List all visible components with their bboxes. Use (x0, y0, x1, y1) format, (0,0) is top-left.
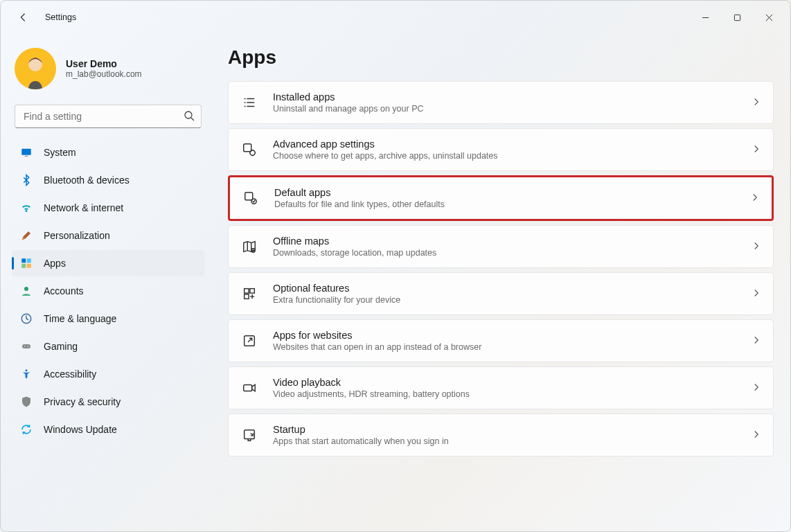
startup-icon (241, 427, 258, 443)
update-icon (20, 423, 33, 436)
sidebar-item-label: Accessibility (44, 369, 96, 380)
bluetooth-icon (20, 174, 33, 186)
card-installed-apps[interactable]: Installed apps Uninstall and manage apps… (228, 81, 774, 124)
clock-globe-icon (20, 312, 33, 325)
card-subtitle: Choose where to get apps, archive apps, … (273, 151, 737, 161)
avatar (15, 48, 56, 89)
svg-rect-7 (21, 258, 26, 263)
sidebar-item-gaming[interactable]: Gaming (12, 333, 204, 360)
back-button[interactable] (12, 6, 34, 28)
sidebar-item-system[interactable]: System (12, 139, 204, 166)
svg-rect-22 (245, 289, 249, 293)
chevron-right-icon (752, 96, 761, 109)
sidebar-item-accessibility[interactable]: Accessibility (12, 361, 204, 387)
svg-rect-1 (734, 15, 740, 20)
sidebar-item-bluetooth[interactable]: Bluetooth & devices (12, 167, 204, 193)
sidebar-nav: System Bluetooth & devices Network & int… (9, 139, 207, 443)
profile-block[interactable]: User Demo m_lab@outlook.com (9, 42, 207, 102)
sidebar-item-accounts[interactable]: Accounts (12, 278, 204, 304)
sidebar-item-label: Bluetooth & devices (44, 175, 130, 186)
default-apps-icon (242, 190, 259, 206)
card-apps-for-websites[interactable]: Apps for websites Websites that can open… (228, 319, 774, 362)
svg-rect-8 (27, 258, 31, 263)
svg-point-11 (24, 287, 28, 291)
svg-point-3 (28, 57, 42, 71)
titlebar: Settings (1, 1, 790, 34)
svg-rect-0 (702, 17, 708, 18)
person-icon (20, 285, 33, 297)
search-icon (184, 110, 195, 124)
chevron-right-icon (752, 287, 761, 300)
sidebar-item-label: Personalization (44, 230, 110, 241)
chevron-right-icon (752, 240, 761, 253)
card-title: Installed apps (273, 91, 737, 103)
card-startup[interactable]: Startup Apps that start automatically wh… (228, 414, 774, 456)
shield-icon (20, 396, 33, 408)
svg-rect-19 (245, 193, 253, 200)
svg-point-18 (250, 150, 255, 155)
sidebar-item-windows-update[interactable]: Windows Update (12, 416, 204, 443)
sidebar-item-label: Accounts (44, 285, 84, 296)
search-input[interactable] (15, 105, 202, 128)
sidebar-item-privacy-security[interactable]: Privacy & security (12, 389, 204, 415)
svg-point-14 (24, 346, 26, 347)
card-title: Offline maps (273, 236, 737, 247)
svg-rect-6 (25, 156, 28, 157)
card-optional-features[interactable]: Optional features Extra functionality fo… (228, 272, 774, 315)
card-video-playback[interactable]: Video playback Video adjustments, HDR st… (228, 366, 774, 409)
svg-rect-17 (244, 144, 251, 152)
svg-rect-26 (244, 384, 252, 391)
chevron-right-icon (752, 429, 761, 441)
minimize-button[interactable] (689, 6, 721, 28)
sidebar-item-label: Gaming (44, 341, 78, 352)
chevron-right-icon (752, 335, 761, 347)
svg-rect-10 (27, 264, 31, 268)
svg-point-16 (26, 369, 28, 371)
window-controls (689, 6, 785, 28)
svg-point-15 (28, 346, 29, 347)
svg-rect-23 (250, 289, 254, 293)
card-title: Video playback (273, 377, 737, 388)
gamepad-icon (20, 340, 33, 353)
sidebar-item-label: Privacy & security (44, 396, 121, 407)
svg-rect-24 (245, 294, 249, 299)
card-subtitle: Websites that can open in an app instead… (273, 342, 737, 352)
sidebar-item-apps[interactable]: Apps (12, 250, 204, 276)
svg-rect-9 (21, 264, 26, 268)
page-title: Apps (228, 46, 774, 69)
card-title: Default apps (274, 187, 736, 198)
card-list: Installed apps Uninstall and manage apps… (228, 81, 774, 456)
open-external-icon (241, 332, 258, 349)
paintbrush-icon (20, 229, 33, 242)
wifi-icon (20, 202, 33, 214)
card-subtitle: Apps that start automatically when you s… (273, 436, 737, 446)
list-icon (241, 94, 258, 111)
sidebar-item-personalization[interactable]: Personalization (12, 222, 204, 249)
svg-rect-13 (22, 344, 30, 348)
sidebar-item-network[interactable]: Network & internet (12, 195, 204, 221)
chevron-right-icon (752, 382, 761, 394)
maximize-button[interactable] (721, 6, 753, 28)
profile-name: User Demo (66, 58, 142, 69)
sidebar-item-label: Apps (44, 258, 66, 269)
card-subtitle: Video adjustments, HDR streaming, batter… (273, 389, 737, 399)
sidebar-item-label: System (44, 147, 76, 158)
card-subtitle: Downloads, storage location, map updates (273, 248, 737, 258)
card-default-apps[interactable]: Default apps Defaults for file and link … (228, 175, 774, 221)
window-title: Settings (45, 12, 76, 22)
card-subtitle: Extra functionality for your device (273, 295, 737, 305)
card-offline-maps[interactable]: Offline maps Downloads, storage location… (228, 225, 774, 268)
app-gear-icon (241, 141, 258, 158)
close-button[interactable] (753, 6, 785, 28)
sidebar-item-time-language[interactable]: Time & language (12, 305, 204, 332)
card-advanced-app-settings[interactable]: Advanced app settings Choose where to ge… (228, 128, 774, 171)
sidebar-item-label: Network & internet (44, 202, 123, 213)
sidebar-item-label: Time & language (44, 313, 116, 324)
card-title: Startup (273, 424, 737, 435)
card-title: Optional features (273, 283, 737, 294)
accessibility-icon (20, 368, 33, 380)
chevron-right-icon (752, 143, 761, 156)
profile-email: m_lab@outlook.com (66, 69, 142, 79)
card-subtitle: Uninstall and manage apps on your PC (273, 104, 737, 114)
card-subtitle: Defaults for file and link types, other … (274, 200, 736, 209)
